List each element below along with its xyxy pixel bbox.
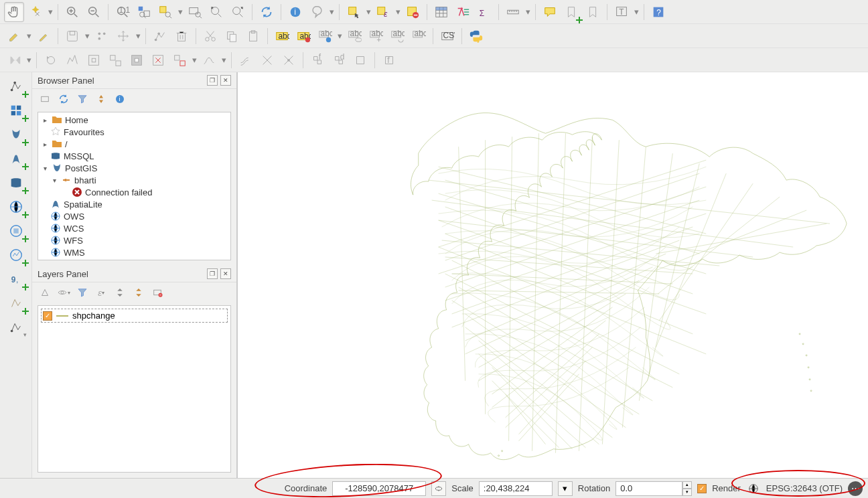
dropdown-arrow[interactable]: ▾ — [135, 31, 141, 41]
properties-icon[interactable]: i — [113, 92, 127, 106]
dropdown-arrow[interactable]: ▾ — [365, 7, 372, 17]
scale-dropdown-button[interactable]: ▾ — [558, 481, 573, 496]
panel-close-button[interactable]: ✕ — [220, 75, 231, 86]
add-raster-layer-button[interactable] — [5, 100, 27, 120]
tree-item-postgis[interactable]: ▾PostGIS — [38, 162, 230, 174]
filter-legend-icon[interactable] — [75, 285, 90, 300]
crs-label[interactable]: EPSG:32643 (OTF) — [766, 483, 843, 493]
delete-part-button[interactable] — [169, 50, 190, 70]
expand-all-icon[interactable] — [113, 285, 127, 300]
show-hide-labels-button[interactable]: abc — [344, 26, 364, 46]
identify-button[interactable]: i — [285, 2, 305, 22]
toggle-editing-button[interactable] — [33, 26, 54, 46]
csw-button[interactable]: CSW — [437, 26, 457, 46]
add-feature-button[interactable] — [92, 26, 112, 46]
map-canvas[interactable] — [237, 72, 868, 478]
dropdown-arrow[interactable]: ▾ — [25, 31, 32, 41]
text-annotation-button[interactable]: T — [611, 2, 632, 22]
copy-features-button[interactable] — [222, 26, 242, 46]
scale-input[interactable] — [479, 481, 553, 496]
dropdown-arrow[interactable]: ▾ — [336, 31, 343, 41]
panel-undock-button[interactable]: ❐ — [207, 75, 218, 86]
select-by-expression-button[interactable]: ε — [373, 2, 393, 22]
dropdown-arrow[interactable]: ▾ — [25, 55, 32, 65]
zoom-native-button[interactable]: 1:1 — [113, 2, 133, 22]
rotation-spinner-up[interactable]: ▴ — [682, 481, 692, 489]
node-tool-button[interactable] — [150, 26, 170, 46]
add-delimited-text-button[interactable]: 9, — [5, 269, 27, 289]
add-vector-layer-button[interactable] — [5, 76, 27, 96]
show-bookmarks-button[interactable] — [583, 2, 603, 22]
tree-item-connection-failed[interactable]: Connection failed — [38, 186, 230, 198]
tree-item-wms[interactable]: WMS — [38, 246, 230, 258]
advanced-digitizing-button[interactable] — [4, 50, 24, 70]
dropdown-arrow[interactable]: ▾ — [47, 7, 54, 17]
dropdown-arrow[interactable]: ▾ — [84, 31, 90, 41]
zoom-to-layer-button[interactable] — [185, 2, 205, 22]
collapse-all-icon[interactable] — [94, 92, 108, 106]
add-layer-icon[interactable] — [38, 92, 52, 106]
offset-curve-button[interactable] — [236, 50, 256, 70]
offset-point-symbols-button[interactable]: f — [379, 50, 399, 70]
dropdown-arrow[interactable]: ▾ — [524, 7, 531, 17]
render-checkbox[interactable]: ✓ — [697, 484, 707, 493]
tree-item-connection[interactable]: ▾bharti — [38, 174, 230, 186]
rotate-point-symbols-button[interactable] — [350, 50, 370, 70]
rotation-input[interactable] — [616, 481, 682, 496]
pan-to-selection-button[interactable] — [25, 2, 46, 22]
tree-item-root[interactable]: ▸/ — [38, 138, 230, 150]
cut-features-button[interactable] — [200, 26, 220, 46]
new-bookmark-button[interactable] — [561, 2, 581, 22]
pan-button[interactable] — [4, 2, 24, 22]
toggle-extents-button[interactable] — [431, 481, 446, 496]
current-edits-button[interactable] — [4, 26, 24, 46]
tree-item-ows[interactable]: OWS — [38, 210, 230, 222]
refresh-icon[interactable] — [56, 92, 71, 106]
tree-item-favourites[interactable]: Favourites — [38, 126, 230, 138]
label-highlight-button[interactable]: abc — [293, 26, 313, 46]
style-manager-icon[interactable] — [38, 285, 52, 300]
dropdown-arrow[interactable]: ▾ — [633, 7, 640, 17]
collapse-all-icon[interactable] — [131, 285, 146, 300]
add-postgis-layer-button[interactable] — [5, 124, 27, 145]
remove-layer-icon[interactable] — [150, 285, 165, 300]
tree-item-home[interactable]: ▸Home — [38, 114, 230, 126]
panel-undock-button[interactable]: ❐ — [207, 268, 218, 279]
add-mssql-layer-button[interactable] — [5, 173, 27, 193]
change-label-button[interactable]: abc — [409, 26, 429, 46]
split-parts-button[interactable] — [279, 50, 299, 70]
move-feature-button[interactable] — [113, 26, 133, 46]
help-button[interactable]: ? — [648, 2, 668, 22]
deselect-all-button[interactable] — [403, 2, 423, 22]
rotate-label-button[interactable]: abc — [387, 26, 407, 46]
tree-item-wcs[interactable]: WCS — [38, 222, 230, 234]
move-label-button[interactable]: abc — [366, 26, 386, 46]
dropdown-arrow[interactable]: ▾ — [328, 7, 335, 17]
merge-attributes-button[interactable]: d — [329, 50, 349, 70]
tree-item-mssql[interactable]: MSSQL — [38, 150, 230, 162]
filter-icon[interactable] — [75, 92, 90, 106]
coordinate-input[interactable] — [332, 481, 426, 496]
panel-close-button[interactable]: ✕ — [220, 268, 231, 279]
add-part-button[interactable] — [105, 50, 125, 70]
statistics-button[interactable]: Σ — [474, 2, 494, 22]
messages-button[interactable]: ⋯ — [848, 481, 863, 496]
zoom-to-selection-button[interactable] — [155, 2, 175, 22]
run-feature-action-button[interactable] — [307, 2, 327, 22]
open-attribute-table-button[interactable] — [431, 2, 451, 22]
add-spatialite-layer-button[interactable] — [5, 149, 27, 169]
zoom-out-button[interactable] — [84, 2, 104, 22]
paste-features-button[interactable] — [243, 26, 263, 46]
delete-ring-button[interactable] — [148, 50, 168, 70]
zoom-full-button[interactable] — [134, 2, 154, 22]
field-calculator-button[interactable] — [453, 2, 473, 22]
refresh-button[interactable] — [257, 2, 277, 22]
dropdown-arrow[interactable]: ▾ — [177, 7, 184, 17]
delete-selected-button[interactable] — [171, 26, 192, 46]
select-features-button[interactable] — [344, 2, 364, 22]
dropdown-arrow[interactable]: ▾ — [220, 55, 227, 65]
merge-selected-features-button[interactable]: f — [307, 50, 328, 70]
rotation-spinner-down[interactable]: ▾ — [682, 489, 692, 496]
add-wfs-layer-button[interactable] — [5, 245, 27, 265]
add-wms-layer-button[interactable] — [5, 197, 27, 217]
